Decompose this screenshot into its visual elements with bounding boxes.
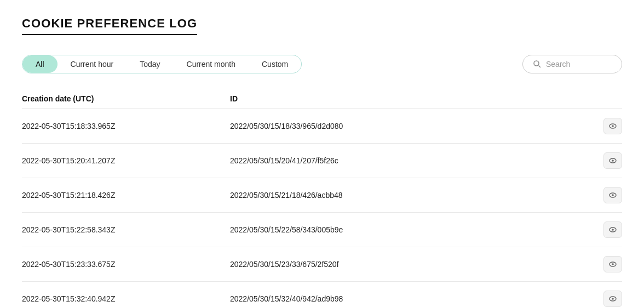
- filter-tabs: All Current hour Today Current month Cus…: [22, 55, 302, 73]
- cell-date: 2022-05-30T15:21:18.426Z: [22, 191, 230, 200]
- svg-point-9: [612, 229, 614, 231]
- cell-id: 2022/05/30/15/21/18/426/acbb48: [230, 191, 589, 200]
- svg-point-7: [612, 194, 614, 196]
- view-button[interactable]: [603, 152, 622, 169]
- eye-icon: [608, 294, 617, 303]
- cell-action: [589, 221, 622, 238]
- view-button[interactable]: [603, 256, 622, 272]
- cell-action: [589, 187, 622, 203]
- svg-point-5: [612, 160, 614, 162]
- table-row: 2022-05-30T15:22:58.343Z 2022/05/30/15/2…: [22, 213, 622, 247]
- cell-action: [589, 291, 622, 307]
- tab-custom[interactable]: Custom: [249, 55, 301, 73]
- svg-point-0: [534, 61, 539, 66]
- eye-icon: [608, 225, 617, 234]
- cell-id: 2022/05/30/15/18/33/965/d2d080: [230, 122, 589, 130]
- search-box: [522, 55, 622, 73]
- cell-action: [589, 256, 622, 272]
- column-header-id: ID: [230, 94, 589, 103]
- table-row: 2022-05-30T15:23:33.675Z 2022/05/30/15/2…: [22, 247, 622, 282]
- cell-action: [589, 152, 622, 169]
- eye-icon: [608, 260, 617, 269]
- svg-line-1: [539, 66, 541, 68]
- cell-id: 2022/05/30/15/20/41/207/f5f26c: [230, 156, 589, 165]
- cell-action: [589, 118, 622, 134]
- table-row: 2022-05-30T15:18:33.965Z 2022/05/30/15/1…: [22, 109, 622, 144]
- table-row: 2022-05-30T15:32:40.942Z 2022/05/30/15/3…: [22, 282, 622, 307]
- table-header: Creation date (UTC) ID: [22, 89, 622, 109]
- eye-icon: [608, 156, 617, 165]
- view-button[interactable]: [603, 291, 622, 307]
- cell-id: 2022/05/30/15/22/58/343/005b9e: [230, 225, 589, 234]
- table-body: 2022-05-30T15:18:33.965Z 2022/05/30/15/1…: [22, 109, 622, 307]
- view-button[interactable]: [603, 187, 622, 203]
- cell-date: 2022-05-30T15:20:41.207Z: [22, 156, 230, 165]
- svg-point-13: [612, 298, 614, 300]
- toolbar: All Current hour Today Current month Cus…: [22, 55, 622, 73]
- search-input[interactable]: [546, 60, 612, 69]
- tab-current-month[interactable]: Current month: [174, 55, 249, 73]
- cell-date: 2022-05-30T15:18:33.965Z: [22, 122, 230, 130]
- cell-date: 2022-05-30T15:32:40.942Z: [22, 294, 230, 303]
- eye-icon: [608, 122, 617, 130]
- column-header-date: Creation date (UTC): [22, 94, 230, 103]
- table: Creation date (UTC) ID 2022-05-30T15:18:…: [22, 89, 622, 307]
- view-button[interactable]: [603, 118, 622, 134]
- tab-all[interactable]: All: [22, 55, 58, 73]
- tab-today[interactable]: Today: [127, 55, 173, 73]
- svg-point-3: [612, 125, 614, 127]
- cell-date: 2022-05-30T15:22:58.343Z: [22, 225, 230, 234]
- tab-current-hour[interactable]: Current hour: [58, 55, 127, 73]
- table-row: 2022-05-30T15:21:18.426Z 2022/05/30/15/2…: [22, 178, 622, 213]
- table-row: 2022-05-30T15:20:41.207Z 2022/05/30/15/2…: [22, 144, 622, 178]
- search-icon: [533, 60, 542, 69]
- view-button[interactable]: [603, 221, 622, 238]
- svg-point-11: [612, 263, 614, 265]
- page-title: COOKIE PREFERENCE LOG: [22, 16, 197, 35]
- cell-date: 2022-05-30T15:23:33.675Z: [22, 260, 230, 269]
- eye-icon: [608, 191, 617, 200]
- cell-id: 2022/05/30/15/23/33/675/2f520f: [230, 260, 589, 269]
- cell-id: 2022/05/30/15/32/40/942/ad9b98: [230, 294, 589, 303]
